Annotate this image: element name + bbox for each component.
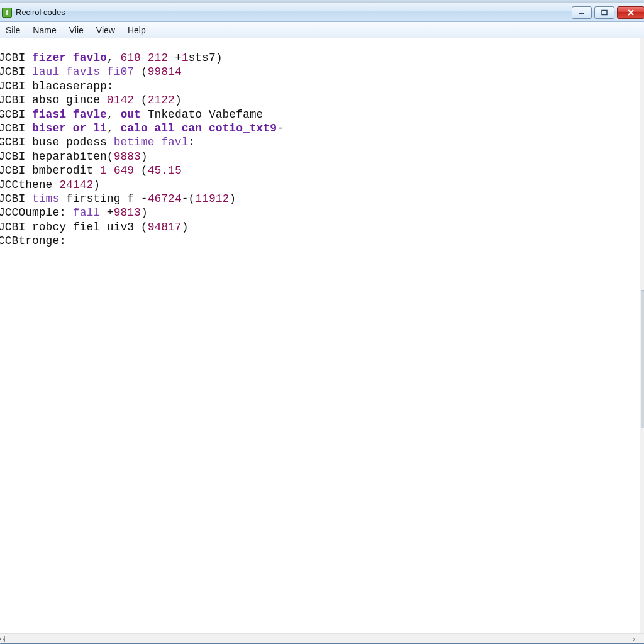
menu-view[interactable]: View: [90, 24, 121, 36]
menu-name[interactable]: Name: [26, 24, 62, 36]
maximize-button[interactable]: [594, 6, 614, 19]
scroll-right-icon[interactable]: ›: [630, 635, 638, 643]
editor-area: JCBI fizer favlo, 618 212 +1sts7) JCBI l…: [0, 38, 644, 643]
svg-rect-1: [602, 10, 607, 14]
menu-viie[interactable]: Viie: [63, 24, 90, 36]
menu-bar: Sile Name Viie View Help: [0, 22, 644, 38]
minimize-icon: [578, 9, 586, 16]
scrollbar-corner: [640, 633, 644, 643]
vertical-scrollbar-thumb[interactable]: [641, 290, 644, 428]
menu-sile[interactable]: Sile: [0, 24, 26, 36]
horizontal-scrollbar[interactable]: ‹ ›: [0, 633, 640, 643]
menu-help[interactable]: Help: [121, 24, 152, 36]
maximize-icon: [601, 9, 608, 16]
status-left: ‹ |: [0, 633, 6, 643]
title-bar[interactable]: f Recirol codes: [0, 3, 644, 22]
window-controls: [572, 6, 644, 19]
vertical-scrollbar[interactable]: [640, 38, 644, 633]
app-window: f Recirol codes Sile Name Viie View Help…: [0, 3, 644, 644]
app-icon: f: [2, 8, 12, 18]
code-editor[interactable]: JCBI fizer favlo, 618 212 +1sts7) JCBI l…: [0, 50, 642, 622]
minimize-button[interactable]: [572, 6, 592, 19]
close-icon: [626, 9, 635, 16]
window-title: Recirol codes: [16, 8, 65, 17]
close-button[interactable]: [617, 6, 644, 19]
